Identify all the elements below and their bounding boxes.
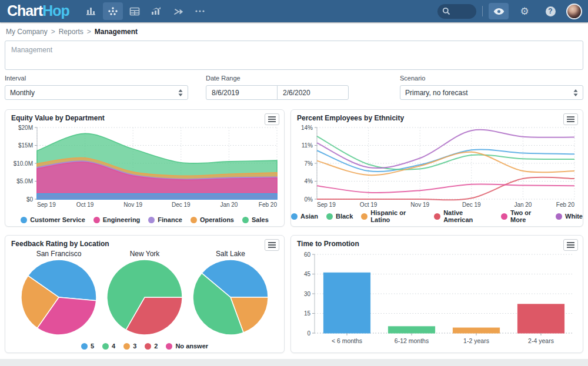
filters-bar: Interval Monthly Date Range 8/6/2019 2/6… — [0, 75, 588, 105]
view-eye-button[interactable] — [489, 3, 509, 19]
logo-text-hop: Hop — [42, 2, 69, 19]
panel-title: Time to Promotion — [297, 240, 359, 248]
analytics-nav-icon[interactable] — [146, 2, 166, 20]
legend-dot — [291, 213, 298, 220]
scenario-label: Scenario — [400, 75, 583, 82]
date-range-label: Date Range — [206, 75, 354, 82]
legend-item[interactable]: Black — [326, 213, 353, 220]
svg-text:Jan 20: Jan 20 — [220, 202, 238, 208]
pie-chart[interactable] — [105, 259, 185, 335]
legend-label: Two or More — [510, 209, 547, 223]
settings-button[interactable]: ⚙ — [514, 3, 534, 19]
bar-chart-nav-icon[interactable] — [81, 2, 101, 20]
svg-text:2-4 years: 2-4 years — [528, 337, 554, 344]
pie-title: New York — [130, 250, 160, 258]
date-start-input[interactable]: 8/6/2019 — [206, 85, 278, 100]
svg-text:30: 30 — [304, 291, 311, 297]
legend-dot — [93, 217, 100, 223]
date-end-input[interactable]: 2/6/2020 — [277, 85, 349, 100]
svg-text:$10.0M: $10.0M — [14, 160, 33, 167]
line-chart: 0%4%7%11%14%Sep 19Oct 19Nov 19Dec 19Jan … — [293, 123, 582, 212]
pie-title: Salt Lake — [216, 250, 245, 258]
legend-dot — [81, 343, 88, 350]
charthop-logo[interactable]: ChartHop — [7, 2, 69, 19]
legend-item[interactable]: Engineering — [93, 216, 141, 223]
svg-text:14%: 14% — [301, 125, 313, 131]
legend-label: 2 — [154, 343, 158, 350]
gear-icon: ⚙ — [520, 6, 529, 16]
legend-label: Black — [336, 213, 353, 220]
feedback-rating-chart-panel: Feedback Rating by Location San Francisc… — [5, 235, 285, 353]
legend-dot — [123, 343, 130, 350]
svg-text:Feb 20: Feb 20 — [556, 202, 575, 208]
scenario-filter: Scenario Primary, no forecast — [400, 75, 583, 100]
legend-item[interactable]: 4 — [102, 343, 115, 350]
legend-item[interactable]: 3 — [123, 343, 136, 350]
more-options-icon[interactable] — [190, 2, 210, 20]
pie-chart-block: San Francisco — [19, 250, 99, 335]
legend-dot — [501, 213, 507, 220]
legend-item[interactable]: Native American — [434, 209, 493, 223]
scenario-select[interactable]: Primary, no forecast — [400, 85, 583, 100]
breadcrumb-my-company[interactable]: My Company — [6, 28, 48, 36]
svg-text:Oct 19: Oct 19 — [360, 202, 377, 208]
breadcrumb-reports[interactable]: Reports — [59, 28, 83, 36]
interval-value: Monthly — [10, 89, 35, 97]
date-range-filter: Date Range 8/6/2019 2/6/2020 — [206, 75, 354, 100]
svg-text:7%: 7% — [305, 160, 313, 167]
legend-item[interactable]: Finance — [148, 216, 182, 223]
help-button[interactable]: ? — [540, 3, 560, 19]
legend-item[interactable]: No answer — [166, 343, 208, 350]
svg-text:$0: $0 — [26, 196, 34, 203]
share-nav-icon[interactable] — [168, 2, 188, 20]
bar-chart: 015304560< 6 months6-12 months1-2 years2… — [293, 249, 582, 348]
stacked-area-chart: $0$5.0M$10.0M$15M$20MSep 19Oct 19Nov 19D… — [8, 123, 283, 212]
eye-icon — [493, 8, 505, 15]
legend-label: No answer — [175, 343, 208, 350]
panel-title: Equity Value by Department — [11, 114, 105, 122]
svg-text:$15M: $15M — [18, 142, 33, 149]
breadcrumb-separator: > — [51, 28, 55, 36]
interval-select[interactable]: Monthly — [5, 85, 188, 100]
legend-item[interactable]: Two or More — [501, 209, 547, 223]
pie-chart[interactable] — [191, 259, 270, 335]
legend-label: Sales — [252, 216, 269, 223]
table-nav-icon[interactable] — [125, 2, 145, 20]
legend-label: 5 — [91, 343, 94, 350]
svg-text:Feb 20: Feb 20 — [259, 202, 278, 208]
search-input[interactable] — [437, 4, 476, 19]
svg-text:4%: 4% — [305, 178, 313, 184]
help-icon: ? — [546, 6, 556, 16]
svg-text:Sep 19: Sep 19 — [37, 202, 56, 208]
legend-item[interactable]: 5 — [81, 343, 94, 350]
legend-dot — [434, 213, 440, 220]
svg-text:0%: 0% — [305, 196, 313, 203]
pie-chart[interactable] — [19, 259, 99, 335]
svg-text:11%: 11% — [302, 142, 313, 149]
legend-item[interactable]: Hispanic or Latino — [361, 209, 426, 223]
legend-dot — [166, 343, 172, 350]
svg-text:60: 60 — [304, 251, 311, 258]
legend-dot — [242, 217, 249, 223]
time-to-promotion-chart-panel: Time to Promotion 015304560< 6 months6-1… — [290, 235, 583, 353]
legend-item[interactable]: Sales — [242, 216, 269, 223]
page-footer-strip — [0, 359, 588, 366]
topbar-right-group: ⚙ ? — [437, 3, 582, 19]
svg-text:< 6 months: < 6 months — [332, 337, 362, 344]
org-chart-nav-icon[interactable] — [103, 2, 123, 20]
panel-menu-button[interactable] — [265, 239, 279, 251]
report-title-input[interactable]: Management — [5, 41, 583, 70]
panel-title: Percent Employees by Ethnicity — [297, 114, 404, 122]
equity-value-chart-panel: Equity Value by Department $0$5.0M$10.0M… — [5, 109, 285, 227]
legend-item[interactable]: Operations — [191, 216, 234, 223]
legend-item[interactable]: White — [556, 213, 583, 220]
legend-dot — [21, 217, 27, 223]
user-avatar[interactable] — [566, 4, 582, 19]
legend-item[interactable]: 2 — [145, 343, 158, 350]
svg-text:1-2 years: 1-2 years — [463, 337, 489, 344]
legend-item[interactable]: Asian — [291, 213, 318, 220]
chart-legend: Customer ServiceEngineeringFinanceOperat… — [5, 216, 284, 223]
topbar-divider — [482, 6, 483, 16]
legend-item[interactable]: Customer Service — [21, 216, 85, 223]
breadcrumb: My Company>Reports>Management — [0, 22, 588, 39]
